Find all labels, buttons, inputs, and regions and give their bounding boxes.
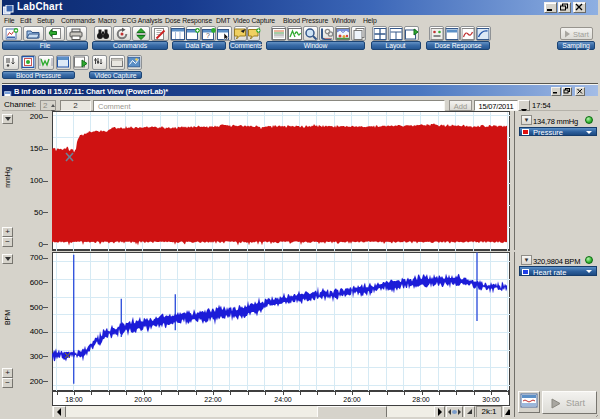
svg-text:?: ? <box>206 32 210 39</box>
